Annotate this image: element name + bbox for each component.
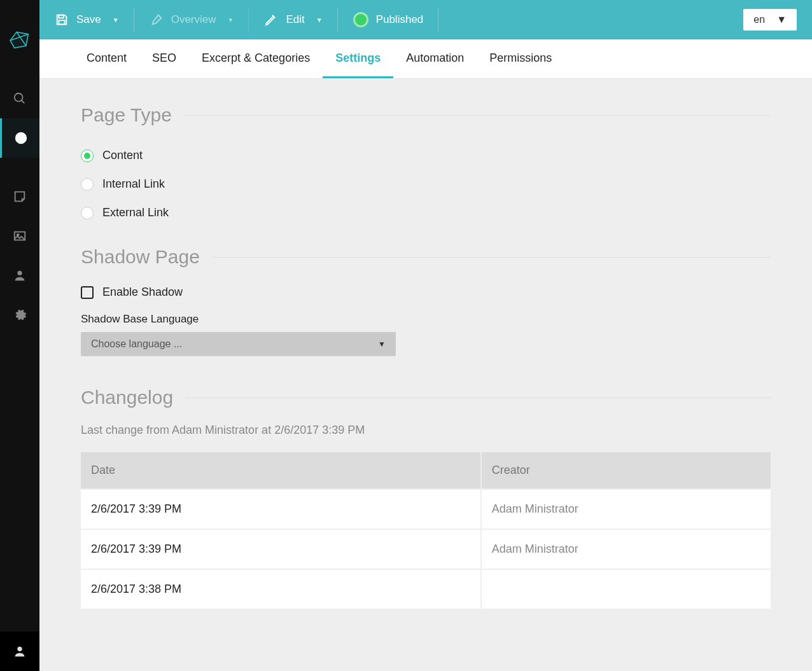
cell-date: 2/6/2017 3:39 PM [81,529,481,569]
target-icon [14,131,28,145]
app-logo[interactable] [0,0,39,79]
checkbox-indicator [81,286,94,299]
tab-label: Content [87,52,127,65]
tab-automation[interactable]: Automation [393,39,477,78]
column-date-header: Date [81,452,481,489]
pencil-icon [264,13,278,27]
radio-indicator [81,207,94,219]
cell-date: 2/6/2017 3:38 PM [81,569,481,609]
section-page-type-title: Page Type [81,104,771,126]
caret-down-icon: ▼ [113,17,119,24]
radio-indicator [81,149,94,162]
svg-rect-13 [59,20,64,24]
tab-label: Excerpt & Categories [202,52,310,65]
table-row: 2/6/2017 3:39 PM Adam Ministrator [81,489,771,529]
language-select-value: en [753,14,765,25]
sidebar [0,0,39,671]
sidebar-note[interactable] [0,177,39,216]
edit-label: Edit [286,13,304,26]
select-placeholder: Choose language ... [91,338,182,350]
language-select[interactable]: en ▼ [743,9,797,31]
search-icon [13,92,27,106]
edit-button[interactable]: Edit ▼ [249,0,337,39]
section-changelog-title: Changelog [81,387,771,408]
sidebar-settings[interactable] [0,295,39,335]
section-heading: Shadow Page [81,246,200,268]
radio-content[interactable]: Content [81,141,771,170]
svg-point-7 [20,137,22,139]
gear-icon [13,308,27,322]
sidebar-contacts[interactable] [0,256,39,295]
tab-label: Permissions [489,52,552,65]
topbar: Save ▼ Overview ▼ Edit ▼ Published en ▼ [39,0,812,39]
svg-point-3 [15,93,23,102]
enable-shadow-checkbox[interactable]: Enable Shadow [81,283,771,313]
table-row: 2/6/2017 3:39 PM Adam Ministrator [81,529,771,569]
sidebar-profile[interactable] [0,632,39,671]
caret-down-icon: ▼ [316,17,323,24]
tab-label: SEO [152,52,176,65]
save-icon [55,13,69,27]
section-heading: Page Type [81,104,172,126]
tab-settings[interactable]: Settings [323,39,393,78]
profile-icon [13,644,27,658]
overview-label: Overview [171,13,216,26]
cell-date: 2/6/2017 3:39 PM [81,489,481,529]
svg-point-10 [17,271,22,275]
sidebar-media[interactable] [0,216,39,256]
changelog-subtitle: Last change from Adam Ministrator at 2/6… [81,424,771,437]
tab-content[interactable]: Content [74,39,139,78]
note-icon [13,190,27,204]
radio-indicator [81,178,94,191]
svg-line-4 [22,100,25,104]
table-row: 2/6/2017 3:38 PM [81,569,771,609]
radio-label: Internal Link [102,177,165,191]
tab-seo[interactable]: SEO [139,39,189,78]
svg-point-11 [17,647,22,651]
shadow-base-language-select[interactable]: Choose language ... ▼ [81,332,396,356]
brush-icon [150,13,164,27]
column-creator-header: Creator [481,452,771,489]
save-button[interactable]: Save ▼ [39,0,134,39]
published-status-dot [353,12,368,27]
page-type-radio-group: Content Internal Link External Link [81,141,771,227]
cell-creator: Adam Ministrator [481,529,771,569]
changelog-table: Date Creator 2/6/2017 3:39 PM Adam Minis… [81,452,771,609]
tab-excerpt-categories[interactable]: Excerpt & Categories [189,39,323,78]
tab-permissions[interactable]: Permissions [477,39,564,78]
checkbox-label: Enable Shadow [102,286,183,299]
radio-external-link[interactable]: External Link [81,198,771,227]
caret-down-icon: ▼ [228,17,234,24]
cell-creator: Adam Ministrator [481,489,771,529]
cell-creator [481,569,771,609]
tab-bar: Content SEO Excerpt & Categories Setting… [39,39,812,79]
image-icon [13,229,27,243]
sidebar-search[interactable] [0,79,39,118]
section-shadow-page-title: Shadow Page [81,246,771,268]
save-label: Save [76,13,101,26]
caret-down-icon: ▼ [776,14,787,25]
section-heading: Changelog [81,387,173,408]
shadow-base-language-label: Shadow Base Language [81,313,771,326]
tab-label: Settings [335,52,381,65]
svg-rect-12 [59,15,63,18]
radio-label: External Link [102,206,169,219]
radio-label: Content [102,149,143,162]
sidebar-target[interactable] [0,118,39,158]
published-label: Published [376,13,424,26]
caret-down-icon: ▼ [378,340,386,349]
tab-label: Automation [406,52,464,65]
overview-button[interactable]: Overview ▼ [134,0,249,39]
user-icon [13,268,27,282]
published-status[interactable]: Published [338,0,439,39]
radio-internal-link[interactable]: Internal Link [81,170,771,198]
